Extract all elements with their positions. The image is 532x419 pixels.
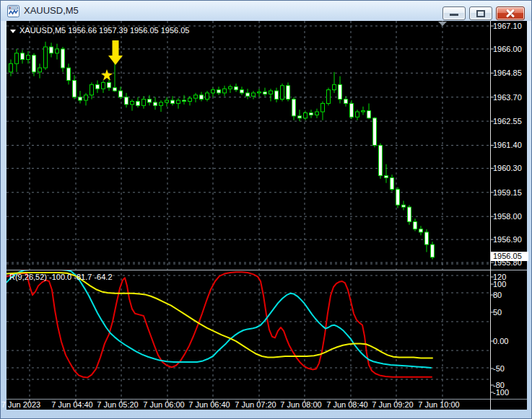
- bear-candle: [425, 232, 429, 244]
- price-axis-label: 1963.70: [493, 93, 522, 102]
- bear-candle: [73, 80, 77, 97]
- indicator-axis-label: 100: [493, 280, 506, 288]
- bull-candle: [188, 98, 192, 101]
- bear-candle: [379, 145, 383, 175]
- title-bar[interactable]: XAUUSD,M5: [1, 1, 531, 21]
- chart-ohlc-header: XAUUSD,M5 1956.66 1957.39 1956.05 1956.0…: [10, 26, 189, 35]
- bear-candle: [32, 56, 36, 72]
- time-axis-label: 7 Jun 2023: [1, 400, 40, 409]
- bear-candle: [235, 87, 238, 89]
- bull-candle: [165, 100, 169, 102]
- bull-candle: [315, 112, 319, 115]
- price-axis-label: 1956.90: [493, 235, 522, 244]
- bear-candle: [373, 118, 377, 146]
- bear-candle: [344, 100, 348, 104]
- bull-candle: [90, 84, 94, 95]
- bull-candle: [304, 113, 308, 118]
- bull-candle: [44, 47, 48, 68]
- bear-candle: [240, 90, 244, 93]
- bear-candle: [350, 103, 354, 117]
- bull-candle: [194, 95, 198, 98]
- indicator-label: R(9,26,52) -100.0 -81.7 -64.2: [9, 273, 113, 281]
- bull-candle: [102, 82, 105, 89]
- price-axis-label: 1962.55: [493, 117, 522, 125]
- time-axis-label: 7 Jun 04:40: [51, 400, 93, 409]
- bear-candle: [108, 82, 111, 87]
- indicator-axis-label: 0.00: [493, 337, 508, 345]
- window-title: XAUUSD,M5: [24, 5, 79, 16]
- bear-candle: [287, 86, 290, 100]
- bull-candle: [333, 84, 336, 89]
- chart-symbol-period: XAUUSD,M5: [19, 26, 66, 35]
- bull-candle: [327, 90, 331, 104]
- price-axis-label: 1959.15: [493, 188, 522, 197]
- bear-candle: [154, 102, 157, 105]
- bear-candle: [402, 205, 406, 207]
- bear-candle: [408, 207, 411, 221]
- bear-candle: [50, 47, 53, 53]
- bear-candle: [67, 68, 71, 80]
- bear-candle: [275, 91, 279, 100]
- bear-candle: [21, 53, 25, 60]
- bear-candle: [391, 177, 394, 189]
- application-window: XAUUSD,M5 1967.101966.001964.851963.7019…: [0, 0, 532, 419]
- maximize-button[interactable]: [469, 6, 492, 20]
- bear-candle: [113, 88, 117, 91]
- bull-candle: [160, 102, 163, 105]
- chart-ohlc-values: 1956.66 1957.39 1956.05 1956.05: [68, 26, 189, 35]
- indicator-values: -100.0 -81.7 -64.2: [49, 273, 112, 281]
- bear-candle: [367, 111, 371, 118]
- chart-menu-arrow-icon[interactable]: [10, 30, 16, 33]
- time-axis-label: 7 Jun 09:20: [372, 400, 414, 409]
- time-axis-label: 7 Jun 08:00: [280, 400, 322, 409]
- time-axis-label: 7 Jun 07:20: [235, 400, 276, 409]
- bear-candle: [292, 100, 296, 116]
- price-axis-label: 1960.30: [493, 164, 522, 172]
- chart-canvas[interactable]: [6, 21, 527, 410]
- bear-candle: [148, 100, 152, 102]
- close-icon: [505, 9, 515, 17]
- bear-candle: [310, 113, 313, 115]
- bull-candle: [15, 53, 19, 64]
- bear-candle: [136, 102, 140, 106]
- price-axis-label: 1964.85: [493, 69, 522, 77]
- bear-candle: [263, 92, 267, 94]
- bear-candle: [171, 100, 175, 103]
- window-controls: [442, 6, 525, 20]
- chart-area[interactable]: 1967.101966.001964.851963.701962.551961.…: [6, 21, 527, 410]
- close-button[interactable]: [496, 6, 525, 20]
- time-axis-label: 7 Jun 08:40: [326, 400, 368, 409]
- bull-candle: [252, 93, 256, 96]
- bear-candle: [385, 176, 388, 178]
- bear-candle: [414, 221, 417, 229]
- bull-candle: [206, 93, 209, 100]
- price-axis-label: 1966.00: [493, 45, 522, 53]
- bull-candle: [223, 89, 227, 93]
- maximize-icon: [476, 10, 485, 17]
- bear-candle: [431, 244, 435, 257]
- time-axis-label: 7 Jun 06:40: [188, 400, 230, 409]
- minimize-button[interactable]: [442, 6, 466, 20]
- indicator-axis-label: 50: [493, 308, 502, 317]
- bear-candle: [79, 97, 82, 100]
- bull-candle: [131, 102, 134, 105]
- bull-candle: [27, 56, 30, 60]
- bull-candle: [212, 90, 215, 93]
- bull-candle: [9, 63, 13, 72]
- price-axis-label: 1958.00: [493, 212, 522, 221]
- bear-candle: [200, 95, 204, 100]
- bull-candle: [258, 92, 261, 92]
- screenshot-stage: XAUUSD,M5 1967.101966.001964.851963.7019…: [0, 0, 532, 419]
- bull-candle: [38, 68, 42, 72]
- indicator-name: R(9,26,52): [9, 273, 47, 281]
- bull-candle: [281, 86, 284, 100]
- time-axis-label: 7 Jun 06:00: [143, 400, 185, 409]
- bear-candle: [339, 84, 342, 99]
- bull-candle: [177, 100, 180, 103]
- bear-candle: [183, 100, 186, 101]
- bear-candle: [125, 97, 128, 105]
- chart-window-icon: [7, 5, 19, 17]
- indicator-axis-label: 80: [493, 291, 502, 299]
- bull-candle: [56, 49, 59, 53]
- bull-candle: [229, 87, 232, 89]
